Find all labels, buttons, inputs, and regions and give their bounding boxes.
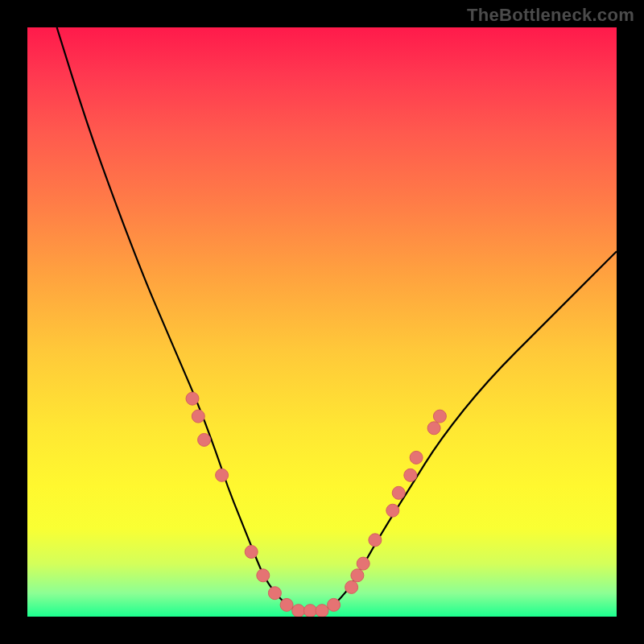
data-marker <box>192 410 204 423</box>
data-marker <box>280 598 293 611</box>
data-marker <box>328 598 341 611</box>
data-marker <box>433 410 446 423</box>
watermark-text: TheBottleneck.com <box>467 5 634 26</box>
data-marker <box>316 605 328 617</box>
data-marker <box>186 392 199 405</box>
data-marker <box>257 569 270 582</box>
data-marker <box>268 587 281 600</box>
data-marker <box>245 546 258 559</box>
curve-layer <box>27 27 617 617</box>
data-markers <box>186 392 446 617</box>
data-marker <box>427 422 440 435</box>
data-marker <box>303 605 316 617</box>
data-marker <box>292 605 305 617</box>
data-marker <box>351 569 364 582</box>
data-marker <box>357 557 369 570</box>
bottleneck-curve <box>57 27 617 611</box>
data-marker <box>386 504 399 517</box>
data-marker <box>369 534 382 547</box>
data-marker <box>392 486 405 499</box>
data-marker <box>216 469 229 481</box>
plot-area <box>27 27 617 617</box>
data-marker <box>198 433 211 446</box>
chart-frame: TheBottleneck.com <box>0 0 644 644</box>
data-marker <box>410 451 423 464</box>
data-marker <box>404 469 417 481</box>
data-marker <box>345 580 358 593</box>
